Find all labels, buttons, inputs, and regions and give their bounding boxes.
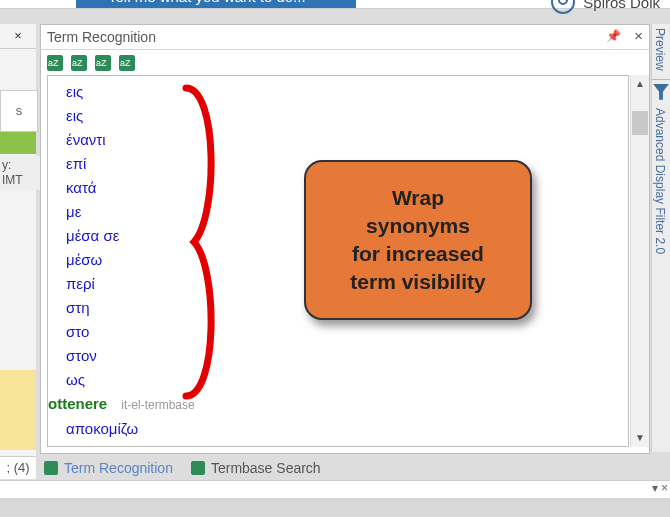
tab-term-recognition[interactable]: Term Recognition — [44, 460, 173, 476]
ribbon-bar: Tell me what you want to do... Spiros Do… — [0, 0, 670, 9]
user-name: Spiros Dolk — [583, 0, 660, 11]
term-recognition-panel: Term Recognition 📌 × εις εις έναντι επί … — [40, 24, 650, 454]
filter-icon[interactable] — [653, 84, 669, 100]
toolbar-icon-4[interactable] — [119, 55, 135, 71]
brace-annotation — [158, 76, 230, 406]
status-bar — [0, 498, 670, 517]
left-status-yellow — [0, 370, 36, 450]
panel-header: Term Recognition 📌 × — [41, 25, 649, 50]
source-term: ottenere — [48, 395, 107, 412]
left-close-button[interactable]: × — [0, 26, 36, 49]
tell-me-box[interactable]: Tell me what you want to do... — [76, 0, 356, 8]
separator — [652, 79, 670, 80]
toolbar-icon-1[interactable] — [47, 55, 63, 71]
term-recognition-icon — [44, 461, 58, 475]
panel-toolbar — [41, 50, 649, 76]
pin-icon[interactable]: 📌 — [606, 29, 621, 43]
panel-close-button[interactable]: × — [634, 27, 643, 44]
tab-termbase-search[interactable]: Termbase Search — [191, 460, 321, 476]
termbase-search-icon — [191, 461, 205, 475]
term-list-area: εις εις έναντι επί κατά με μέσα σε μέσω … — [47, 75, 629, 447]
left-count-badge: ; (4) — [0, 456, 36, 479]
advanced-filter-tab[interactable]: Advanced Display Filter 2.0 — [652, 104, 668, 258]
scrollbar[interactable]: ▲ ▼ — [630, 75, 649, 447]
annotation-callout: Wrap synonyms for increased term visibil… — [304, 160, 532, 320]
toolbar-icon-3[interactable] — [95, 55, 111, 71]
user-icon — [551, 0, 575, 14]
toolbar-icon-2[interactable] — [71, 55, 87, 71]
tell-me-text: Tell me what you want to do... — [108, 0, 388, 5]
left-meta: y: IMT — [0, 156, 40, 190]
lower-bar-controls[interactable]: ▾ × — [652, 481, 668, 495]
scroll-down-icon[interactable]: ▼ — [631, 429, 649, 447]
panel-title: Term Recognition — [47, 29, 156, 45]
left-status-green — [0, 132, 36, 154]
left-tag-s: s — [0, 90, 38, 132]
scroll-up-icon[interactable]: ▲ — [631, 75, 649, 93]
bottom-tab-bar: Term Recognition Termbase Search — [40, 454, 325, 482]
user-account[interactable]: Spiros Dolk — [551, 0, 660, 14]
scroll-thumb[interactable] — [632, 111, 648, 135]
lower-bar: ▾ × — [0, 480, 670, 500]
right-sidebar: Preview Advanced Display Filter 2.0 — [651, 24, 670, 452]
term-item[interactable]: αποκομίζω — [66, 417, 195, 441]
preview-tab[interactable]: Preview — [652, 24, 668, 75]
